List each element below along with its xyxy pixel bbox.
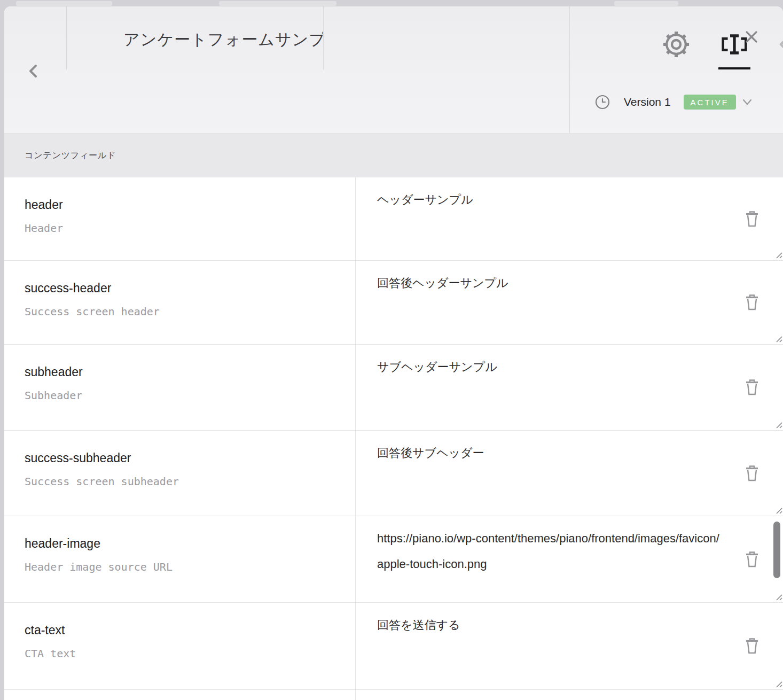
delete-field-button[interactable]	[745, 211, 759, 228]
resize-handle[interactable]	[773, 678, 782, 688]
section-title: コンテンツフィールド	[25, 150, 116, 161]
background-ghost	[16, 1, 112, 6]
resize-grip-icon	[773, 419, 782, 429]
resize-handle[interactable]	[773, 591, 782, 601]
back-button[interactable]	[26, 63, 42, 79]
trash-icon	[745, 637, 759, 655]
gear-icon	[659, 27, 693, 61]
field-name-cell: cta-text CTA text	[25, 622, 345, 660]
tab-code[interactable]	[776, 27, 783, 61]
field-value-textarea[interactable]: 回答後ヘッダーサンプル	[356, 261, 783, 344]
trash-icon	[745, 294, 759, 311]
version-label: Version 1	[624, 96, 671, 108]
code-icon	[776, 27, 783, 61]
field-description: Success screen header	[25, 305, 345, 318]
field-description: CTA text	[25, 647, 345, 660]
section-header: コンテンツフィールド	[4, 134, 783, 177]
status-badge: ACTIVE	[684, 95, 736, 110]
trash-icon	[745, 211, 759, 228]
close-icon	[745, 30, 758, 44]
field-value: 回答を送信する	[377, 612, 724, 638]
resize-handle[interactable]	[773, 504, 782, 514]
trash-icon	[745, 551, 759, 568]
clock-icon	[595, 95, 610, 110]
resize-handle[interactable]	[773, 249, 782, 259]
field-value-textarea[interactable]: サブヘッダーサンプル	[356, 345, 783, 430]
field-name-cell: header-image Header image source URL	[25, 535, 345, 574]
background-ghost	[219, 1, 336, 6]
field-name-cell: subheader Subheader	[25, 364, 345, 402]
field-name: success-header	[25, 280, 345, 296]
delete-field-button[interactable]	[745, 294, 759, 311]
modal-header: アンケートフォームサンプル	[4, 6, 783, 134]
chevron-down-icon	[741, 96, 753, 108]
tab-settings[interactable]	[659, 27, 693, 61]
field-description: Success screen subheader	[25, 475, 345, 488]
field-row: cta-text CTA text 回答を送信する	[4, 603, 783, 690]
field-value: ヘッダーサンプル	[377, 187, 724, 213]
resize-grip-icon	[773, 333, 782, 343]
trash-icon	[745, 465, 759, 482]
textarea-scrollbar-thumb[interactable]	[773, 522, 780, 578]
version-selector[interactable]: Version 1 ACTIVE	[569, 87, 783, 118]
field-value: 回答後ヘッダーサンプル	[377, 270, 724, 296]
field-value-textarea[interactable]: ヘッダーサンプル	[356, 177, 783, 260]
field-name: subheader	[25, 364, 345, 380]
field-value-textarea[interactable]: 回答を送信する	[356, 603, 783, 689]
field-row: success-subheader Success screen subhead…	[4, 431, 783, 516]
content-fields-list: header Header ヘッダーサンプル	[4, 177, 783, 700]
field-value: サブヘッダーサンプル	[377, 354, 724, 380]
field-value: https://piano.io/wp-content/themes/piano…	[377, 526, 724, 577]
close-button[interactable]	[745, 30, 758, 44]
field-name: header	[25, 197, 345, 213]
field-row: success-header Success screen header 回答後…	[4, 261, 783, 345]
resize-grip-icon	[773, 249, 782, 259]
column-divider	[355, 690, 356, 700]
resize-handle[interactable]	[773, 419, 782, 429]
delete-field-button[interactable]	[745, 637, 759, 655]
field-name-cell: success-subheader Success screen subhead…	[25, 450, 345, 488]
editor-tabs	[323, 6, 569, 134]
field-row: header Header ヘッダーサンプル	[4, 177, 783, 261]
field-name: header-image	[25, 535, 345, 551]
background-ghost	[614, 1, 678, 6]
field-value-textarea[interactable]: https://piano.io/wp-content/themes/piano…	[356, 516, 783, 602]
field-value-textarea[interactable]: 回答後サブヘッダー	[356, 431, 783, 516]
field-name-cell: success-header Success screen header	[25, 280, 345, 318]
resize-grip-icon	[773, 504, 782, 514]
template-editor-modal: アンケートフォームサンプル	[4, 6, 783, 700]
field-description: Subheader	[25, 388, 345, 402]
field-row: subheader Subheader サブヘッダーサンプル	[4, 345, 783, 431]
field-description: Header image source URL	[25, 560, 345, 574]
template-title: アンケートフォームサンプル	[67, 26, 323, 53]
chevron-left-icon	[26, 63, 42, 79]
resize-grip-icon	[773, 591, 782, 601]
field-description: Header	[25, 221, 345, 235]
trash-icon	[745, 379, 759, 396]
delete-field-button[interactable]	[745, 551, 759, 568]
delete-field-button[interactable]	[745, 379, 759, 396]
resize-grip-icon	[773, 678, 782, 688]
resize-handle[interactable]	[773, 333, 782, 343]
active-tab-indicator	[718, 67, 750, 69]
field-name: cta-text	[25, 622, 345, 638]
field-value: 回答後サブヘッダー	[377, 440, 724, 466]
field-name: success-subheader	[25, 450, 345, 466]
field-row-partial	[4, 690, 783, 700]
field-row: header-image Header image source URL htt…	[4, 516, 783, 603]
template-title-field[interactable]: アンケートフォームサンプル	[67, 26, 323, 53]
delete-field-button[interactable]	[745, 465, 759, 482]
field-name-cell: header Header	[25, 197, 345, 235]
